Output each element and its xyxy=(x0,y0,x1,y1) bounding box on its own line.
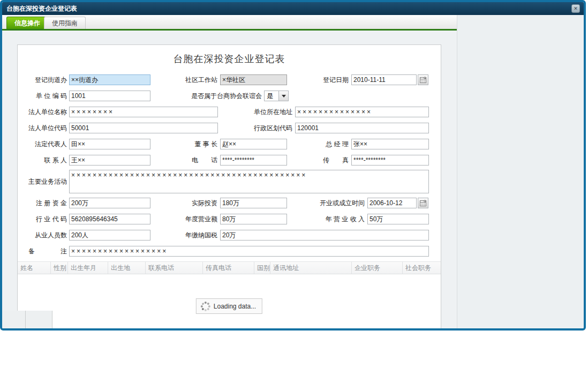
tab-user-guide[interactable]: 使用指南 xyxy=(44,17,86,29)
field-label-opening-date: 开业或成立时间 xyxy=(296,198,365,208)
annual-turnover-input[interactable] xyxy=(220,214,287,224)
column-header-birthplace[interactable]: 出生地 xyxy=(108,262,146,274)
register-date-calendar-button[interactable] xyxy=(418,74,428,85)
field-label-community-station: 社区工作站 xyxy=(162,74,217,85)
field-label-chairman: 董 事 长 xyxy=(162,139,217,149)
pager-cell xyxy=(26,311,52,328)
tab-strip: 信息操作 使用指南 xyxy=(2,15,457,29)
remarks-input[interactable] xyxy=(69,246,429,257)
loading-text: Loading data... xyxy=(214,303,256,310)
form-title: 台胞在深投资企业登记表 xyxy=(18,52,441,65)
dialog-title: 台胞在深投资企业登记表 xyxy=(6,5,77,12)
field-label-admin-division-code: 行政区划代码 xyxy=(254,123,292,133)
field-label-legal-representative: 法定代表人 xyxy=(18,139,67,149)
field-label-registered-capital: 注 册 资 金 xyxy=(18,198,67,208)
employees-count-input[interactable] xyxy=(69,230,150,241)
field-label-employees-count: 从业人员数 xyxy=(18,230,67,241)
calendar-icon xyxy=(420,77,427,84)
tab-content: 台胞在深投资企业登记表 登记街道办 社区工作站 登记日期 xyxy=(2,31,457,328)
industry-code-input[interactable] xyxy=(69,214,150,224)
field-label-association: 是否属于台商协会联谊会 xyxy=(173,91,262,101)
legal-representative-input[interactable] xyxy=(69,139,150,149)
field-label-annual-revenue: 年 营 业 收 入 xyxy=(296,214,365,224)
column-header-name[interactable]: 姓名 xyxy=(18,262,51,274)
annual-revenue-input[interactable] xyxy=(367,214,429,224)
column-header-mailing-address[interactable]: 通讯地址 xyxy=(270,262,352,274)
opening-date-input[interactable] xyxy=(367,198,417,208)
registered-capital-input[interactable] xyxy=(69,198,150,208)
chairman-input[interactable] xyxy=(220,139,287,149)
page: 台胞在深投资企业登记表 ✕ 信息操作 使用指南 台胞在深投资企业登记表 登记街道… xyxy=(0,0,588,368)
legal-unit-name-input[interactable] xyxy=(69,107,218,117)
field-label-actual-investment: 实际投资 xyxy=(162,198,217,208)
phone-input[interactable] xyxy=(220,155,287,166)
grid-header: 姓名 性别 出生年月 出生地 联系电话 传真电话 国别 通讯地址 企业职务 社会… xyxy=(18,261,441,274)
field-label-street-office: 登记街道办 xyxy=(18,74,67,85)
actual-investment-input[interactable] xyxy=(220,198,287,208)
close-button[interactable]: ✕ xyxy=(571,4,580,13)
close-icon: ✕ xyxy=(574,6,578,11)
association-selected-value: 是 xyxy=(265,91,278,101)
field-label-industry-code: 行 业 代 码 xyxy=(18,214,67,224)
association-select[interactable]: 是 xyxy=(264,91,289,101)
annual-national-tax-input[interactable] xyxy=(220,230,429,241)
dropdown-arrow-button[interactable] xyxy=(278,91,288,101)
field-label-general-manager: 总 经 理 xyxy=(296,139,349,149)
contact-person-input[interactable] xyxy=(69,155,150,166)
field-label-main-business: 主要业务活动 xyxy=(18,176,67,187)
column-header-birth-date[interactable]: 出生年月 xyxy=(68,262,108,274)
field-label-remarks: 备 注 xyxy=(18,246,67,257)
column-header-company-position[interactable]: 企业职务 xyxy=(352,262,403,274)
community-station-input[interactable] xyxy=(220,74,287,85)
grid-pager xyxy=(2,311,52,328)
field-label-annual-national-tax: 年缴纳国税 xyxy=(162,230,217,241)
form-panel: 台胞在深投资企业登记表 登记街道办 社区工作站 登记日期 xyxy=(17,44,441,328)
field-label-unit-code: 单 位 编 码 xyxy=(18,91,67,101)
column-header-contact-phone[interactable]: 联系电话 xyxy=(146,262,203,274)
general-manager-input[interactable] xyxy=(351,139,429,149)
register-date-input[interactable] xyxy=(351,74,417,85)
field-label-legal-unit-name: 法人单位名称 xyxy=(18,107,67,117)
tab-info-operation[interactable]: 信息操作 xyxy=(6,17,48,29)
field-label-legal-unit-code: 法人单位代码 xyxy=(18,123,67,133)
calendar-icon xyxy=(420,200,427,207)
fax-input[interactable] xyxy=(351,155,429,166)
column-header-nationality[interactable]: 国别 xyxy=(254,262,270,274)
right-empty-area xyxy=(457,15,584,328)
field-label-register-date: 登记日期 xyxy=(296,74,349,85)
column-header-social-position[interactable]: 社会职务 xyxy=(403,262,441,274)
legal-unit-code-input[interactable] xyxy=(69,123,218,133)
dialog-window: 台胞在深投资企业登记表 ✕ 信息操作 使用指南 台胞在深投资企业登记表 登记街道… xyxy=(0,0,586,331)
chevron-down-icon xyxy=(282,95,286,97)
field-label-annual-turnover: 年度营业额 xyxy=(162,214,217,224)
unit-address-input[interactable] xyxy=(295,107,429,117)
opening-date-calendar-button[interactable] xyxy=(418,198,428,208)
street-office-input[interactable] xyxy=(69,74,150,85)
pager-cell xyxy=(2,311,26,328)
field-label-phone: 电 话 xyxy=(162,155,217,166)
field-label-fax: 传 真 xyxy=(296,155,349,166)
unit-code-input[interactable] xyxy=(69,91,150,101)
main-business-textarea[interactable]: ××××××××××××××××××××××××××××××××××××××××… xyxy=(69,170,429,193)
loading-indicator: Loading data... xyxy=(196,298,262,314)
column-header-gender[interactable]: 性别 xyxy=(51,262,68,274)
column-header-fax-phone[interactable]: 传真电话 xyxy=(203,262,254,274)
field-label-unit-address: 单位所在地址 xyxy=(254,107,292,117)
dialog-titlebar[interactable]: 台胞在深投资企业登记表 ✕ xyxy=(2,2,584,15)
spinner-icon xyxy=(201,302,210,311)
field-label-contact-person: 联 系 人 xyxy=(18,155,67,166)
admin-division-code-input[interactable] xyxy=(295,123,429,133)
tab-container: 信息操作 使用指南 台胞在深投资企业登记表 登记街道办 社区工作站 登记日期 xyxy=(2,15,457,328)
